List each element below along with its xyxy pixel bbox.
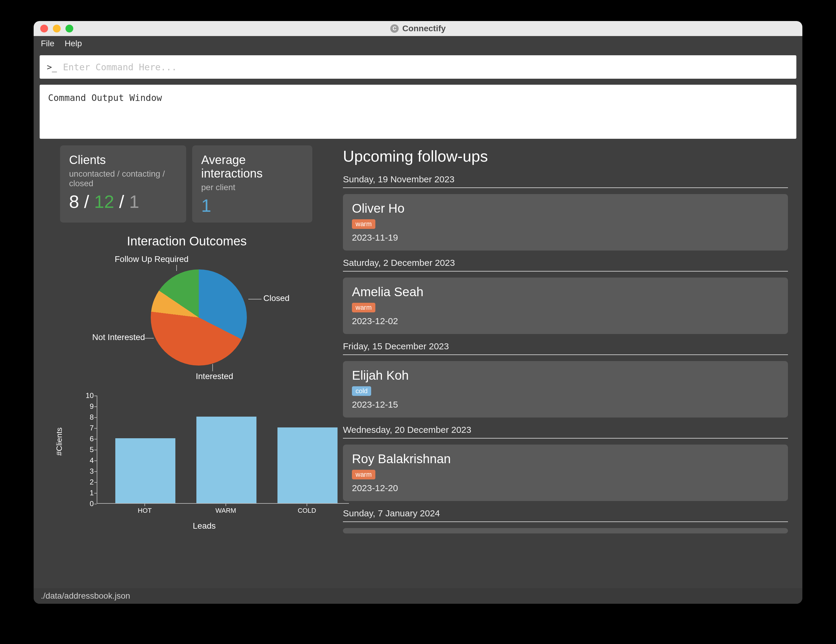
followup-date-header: Wednesday, 20 December 2023 [343, 425, 788, 438]
bar-ytick: 7 [82, 424, 94, 432]
card-avg-title: Average interactions [201, 153, 303, 180]
app-title: C Connectify [390, 24, 446, 33]
pie-graphic [151, 270, 247, 366]
bar-xtick-cold: COLD [277, 507, 337, 515]
pie-chart: Follow Up Required Closed Interested Not… [40, 254, 334, 392]
followup-tag: warm [352, 303, 376, 312]
bar-xtick-hot: HOT [115, 507, 175, 515]
followup-date-header: Sunday, 19 November 2023 [343, 174, 788, 188]
pie-label-followup: Follow Up Required [115, 254, 189, 264]
bar-ylabel: #Clients [55, 427, 64, 456]
bar-ytick: 2 [82, 478, 94, 486]
pie-title: Interaction Outcomes [40, 234, 334, 248]
pie-label-interested: Interested [196, 371, 233, 381]
command-input-wrap: >_ [40, 55, 796, 79]
bar-ytick: 4 [82, 456, 94, 465]
bar-ytick: 0 [82, 500, 94, 508]
bar-ytick: 9 [82, 402, 94, 410]
followup-card[interactable]: Amelia Seahwarm2023-12-02 [343, 278, 788, 334]
card-clients: Clients uncontacted / contacting / close… [60, 145, 186, 222]
card-clients-value: 8 / 12 / 1 [69, 191, 177, 212]
menubar: File Help [34, 36, 802, 51]
footer-path: ./data/addressbook.json [41, 591, 130, 601]
command-input[interactable] [63, 62, 789, 72]
command-output: Command Output Window [40, 85, 796, 139]
bar-ytick: 10 [82, 391, 94, 400]
stat-cards: Clients uncontacted / contacting / close… [40, 145, 334, 222]
followups-title: Upcoming follow-ups [343, 147, 796, 165]
followup-tag: warm [352, 470, 376, 479]
card-avg-interactions: Average interactions per client 1 [192, 145, 312, 222]
command-output-text: Command Output Window [48, 93, 162, 103]
followup-card[interactable]: Roy Balakrishnanwarm2023-12-20 [343, 445, 788, 501]
content: Clients uncontacted / contacting / close… [34, 139, 802, 588]
menu-file[interactable]: File [41, 39, 54, 48]
bar-ytick: 8 [82, 413, 94, 422]
followup-date: 2023-12-15 [352, 399, 779, 410]
followup-date: 2023-12-20 [352, 483, 779, 493]
followup-date-header: Sunday, 7 January 2024 [343, 508, 788, 522]
followup-tag: warm [352, 219, 376, 229]
followup-date-header: Friday, 15 December 2023 [343, 341, 788, 355]
bar-xtick-warm: WARM [196, 507, 256, 515]
close-icon[interactable] [40, 25, 48, 33]
app-logo-icon: C [390, 25, 399, 33]
followup-date-header: Saturday, 2 December 2023 [343, 258, 788, 271]
followup-name: Amelia Seah [352, 285, 779, 299]
window-controls [40, 25, 73, 33]
pie-label-closed: Closed [263, 293, 289, 303]
bar-cold [278, 427, 338, 503]
menu-help[interactable]: Help [65, 39, 82, 48]
clients-contacting: 12 [94, 192, 114, 212]
prompt-icon: >_ [47, 62, 57, 72]
bar-ytick: 6 [82, 435, 94, 443]
right-panel: Upcoming follow-ups Sunday, 19 November … [343, 145, 796, 588]
left-panel: Clients uncontacted / contacting / close… [40, 145, 334, 588]
followup-name: Elijah Koh [352, 368, 779, 382]
bar-chart: #Clients 012345678910 HOT WARM COLD Lead… [58, 396, 334, 528]
followup-card[interactable]: Oliver Howarm2023-11-19 [343, 194, 788, 250]
card-clients-title: Clients [69, 153, 177, 167]
followup-card[interactable] [343, 528, 788, 533]
bar-warm [196, 417, 256, 503]
app-title-text: Connectify [402, 24, 446, 33]
followup-date: 2023-11-19 [352, 232, 779, 243]
bar-ytick: 5 [82, 445, 94, 454]
followup-name: Roy Balakrishnan [352, 452, 779, 466]
clients-uncontacted: 8 [69, 192, 79, 212]
titlebar: C Connectify [34, 21, 802, 36]
followups-list[interactable]: Sunday, 19 November 2023Oliver Howarm202… [343, 174, 796, 588]
footer: ./data/addressbook.json [34, 588, 802, 604]
followup-card[interactable]: Elijah Kohcold2023-12-15 [343, 361, 788, 417]
clients-closed: 1 [129, 192, 139, 212]
bar-ytick: 3 [82, 467, 94, 476]
followup-tag: cold [352, 386, 371, 396]
bar-hot [115, 438, 175, 503]
maximize-icon[interactable] [65, 25, 73, 33]
followup-name: Oliver Ho [352, 201, 779, 216]
bar-xlabel: Leads [193, 521, 216, 531]
followup-date: 2023-12-02 [352, 316, 779, 326]
card-clients-subtitle: uncontacted / contacting / closed [69, 169, 177, 188]
pie-label-notinterested: Not Interested [92, 332, 145, 342]
bar-ytick: 1 [82, 489, 94, 497]
bar-plot [97, 396, 349, 504]
card-avg-subtitle: per client [201, 183, 303, 192]
card-avg-value: 1 [201, 195, 303, 216]
minimize-icon[interactable] [53, 25, 60, 33]
app-window: C Connectify File Help >_ Command Output… [34, 21, 802, 604]
